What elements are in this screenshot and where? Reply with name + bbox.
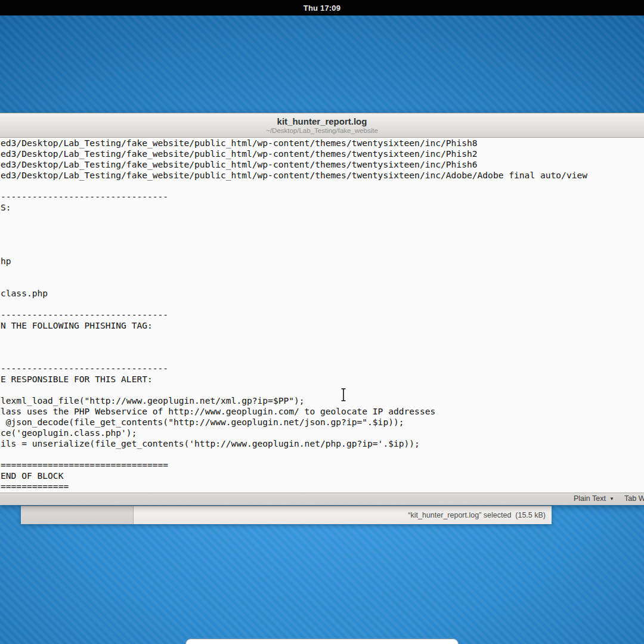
editor-line: hp (1, 256, 644, 267)
editor-line (1, 245, 644, 256)
window-path-subtitle: ~/Desktop/Lab_Testing/fake_website (266, 126, 378, 135)
file-manager-sidebar-edge (21, 506, 134, 524)
editor-line (1, 181, 644, 191)
editor-line: @json_decode(file_get_contents("http://w… (1, 417, 644, 428)
editor-line: ed3/Desktop/Lab_Testing/fake_website/pub… (1, 148, 644, 159)
editor-line: lass uses the PHP Webservice of http://w… (1, 406, 644, 417)
tab-width-button[interactable]: Tab W (624, 494, 644, 503)
file-manager-bottom-bar: “kit_hunter_report.log” selected (15.5 k… (21, 506, 552, 524)
editor-line (1, 385, 644, 395)
clock[interactable]: Thu 17:09 (304, 4, 340, 13)
editor-line (1, 299, 644, 309)
editor-titlebar[interactable]: kit_hunter_report.log ~/Desktop/Lab_Test… (0, 113, 644, 138)
editor-line: S: (1, 202, 644, 213)
editor-window: kit_hunter_report.log ~/Desktop/Lab_Test… (0, 113, 644, 505)
editor-line (1, 331, 644, 342)
editor-line (1, 234, 644, 245)
editor-line (1, 277, 644, 288)
editor-line (1, 224, 644, 234)
editor-line: lexml_load_file("http://www.geoplugin.ne… (1, 395, 644, 406)
language-selector-button[interactable]: Plain Text ▼ (574, 494, 614, 503)
file-manager-statusbar: “kit_hunter_report.log” selected (15.5 k… (134, 506, 552, 524)
editor-line: ed3/Desktop/Lab_Testing/fake_website/pub… (1, 159, 644, 170)
editor-statusbar: Plain Text ▼ Tab W (0, 493, 644, 505)
editor-text-area[interactable]: ed3/Desktop/Lab_Testing/fake_website/pub… (0, 138, 644, 493)
editor-line: -------------------------------- (1, 191, 644, 202)
editor-line: END OF BLOCK (1, 470, 644, 481)
editor-line: ed3/Desktop/Lab_Testing/fake_website/pub… (1, 170, 644, 181)
gnome-top-bar: Thu 17:09 (0, 0, 644, 16)
editor-line: ils = unserialize(file_get_contents('htt… (1, 438, 644, 449)
editor-line (1, 352, 644, 363)
editor-line (1, 213, 644, 224)
language-selector-label: Plain Text (574, 494, 606, 503)
editor-line: class.php (1, 288, 644, 299)
editor-line: ================================ (1, 460, 644, 470)
window-title: kit_hunter_report.log (277, 116, 367, 126)
editor-line: -------------------------------- (1, 363, 644, 374)
editor-line: ce('geoplugin.class.php'); (1, 428, 644, 438)
editor-line: ============= (1, 481, 644, 492)
chevron-down-icon: ▼ (609, 496, 614, 501)
editor-line (1, 267, 644, 277)
editor-line: E RESPONSIBLE FOR THIS ALERT: (1, 374, 644, 385)
selection-status-text: “kit_hunter_report.log” selected (15.5 k… (408, 511, 546, 519)
editor-line: -------------------------------- (1, 309, 644, 320)
editor-line: N THE FOLLOWING PHISHING TAG: (1, 320, 644, 331)
editor-line: ed3/Desktop/Lab_Testing/fake_website/pub… (1, 138, 644, 148)
notification-banner-edge[interactable] (185, 639, 459, 644)
editor-line (1, 449, 644, 460)
editor-line (1, 342, 644, 352)
